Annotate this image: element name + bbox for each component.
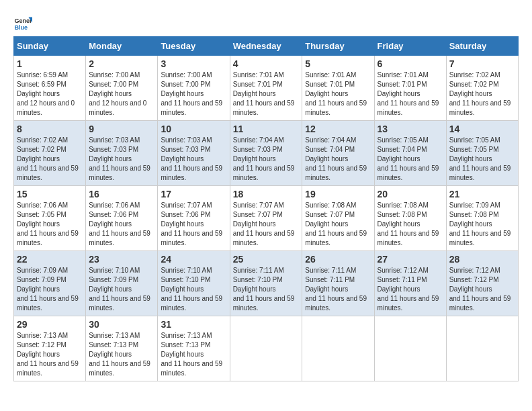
- day-info: Sunrise: 7:02 AM Sunset: 7:02 PM Dayligh…: [449, 71, 515, 118]
- calendar-week-1: 1 Sunrise: 6:59 AM Sunset: 6:59 PM Dayli…: [14, 56, 519, 121]
- calendar-table: SundayMondayTuesdayWednesdayThursdayFrid…: [13, 36, 519, 381]
- weekday-header-sunday: Sunday: [14, 37, 86, 56]
- day-number: 18: [233, 189, 300, 199]
- day-info: Sunrise: 7:06 AM Sunset: 7:06 PM Dayligh…: [89, 201, 154, 248]
- day-number: 5: [305, 58, 371, 69]
- weekday-header-thursday: Thursday: [302, 37, 374, 56]
- calendar-cell: 2 Sunrise: 7:00 AM Sunset: 7:00 PM Dayli…: [86, 56, 158, 121]
- day-info: Sunrise: 7:06 AM Sunset: 7:05 PM Dayligh…: [17, 201, 83, 248]
- day-info: Sunrise: 7:02 AM Sunset: 7:02 PM Dayligh…: [17, 136, 83, 183]
- calendar-cell: 14 Sunrise: 7:05 AM Sunset: 7:05 PM Dayl…: [446, 121, 518, 186]
- calendar-week-3: 15 Sunrise: 7:06 AM Sunset: 7:05 PM Dayl…: [14, 186, 519, 251]
- calendar-cell: 26 Sunrise: 7:11 AM Sunset: 7:11 PM Dayl…: [302, 251, 374, 316]
- day-info: Sunrise: 7:08 AM Sunset: 7:08 PM Dayligh…: [378, 201, 443, 248]
- weekday-header-monday: Monday: [86, 37, 158, 56]
- day-number: 6: [378, 58, 443, 69]
- day-number: 11: [233, 124, 300, 134]
- day-info: Sunrise: 7:01 AM Sunset: 7:01 PM Dayligh…: [233, 71, 300, 118]
- day-number: 20: [378, 189, 443, 199]
- day-number: 21: [449, 189, 515, 199]
- calendar-cell: 1 Sunrise: 6:59 AM Sunset: 6:59 PM Dayli…: [14, 56, 86, 121]
- calendar-cell: 29 Sunrise: 7:13 AM Sunset: 7:12 PM Dayl…: [14, 316, 86, 381]
- day-info: Sunrise: 7:04 AM Sunset: 7:03 PM Dayligh…: [233, 136, 300, 183]
- day-info: Sunrise: 7:10 AM Sunset: 7:10 PM Dayligh…: [161, 266, 226, 313]
- day-info: Sunrise: 7:09 AM Sunset: 7:09 PM Dayligh…: [17, 266, 83, 313]
- calendar-cell: 6 Sunrise: 7:01 AM Sunset: 7:01 PM Dayli…: [374, 56, 446, 121]
- calendar-cell: 18 Sunrise: 7:07 AM Sunset: 7:07 PM Dayl…: [230, 186, 302, 251]
- day-number: 28: [449, 254, 515, 265]
- weekday-header-wednesday: Wednesday: [230, 37, 302, 56]
- calendar-cell: 10 Sunrise: 7:03 AM Sunset: 7:03 PM Dayl…: [158, 121, 230, 186]
- logo: General Blue: [13, 13, 32, 32]
- day-number: 7: [449, 58, 515, 69]
- calendar-cell: [302, 316, 374, 381]
- calendar-week-2: 8 Sunrise: 7:02 AM Sunset: 7:02 PM Dayli…: [14, 121, 519, 186]
- day-info: Sunrise: 7:03 AM Sunset: 7:03 PM Dayligh…: [89, 136, 154, 183]
- calendar-cell: 21 Sunrise: 7:09 AM Sunset: 7:08 PM Dayl…: [446, 186, 518, 251]
- day-info: Sunrise: 7:08 AM Sunset: 7:07 PM Dayligh…: [305, 201, 371, 248]
- day-number: 25: [233, 254, 300, 265]
- calendar-cell: 5 Sunrise: 7:01 AM Sunset: 7:01 PM Dayli…: [302, 56, 374, 121]
- day-info: Sunrise: 7:05 AM Sunset: 7:05 PM Dayligh…: [449, 136, 515, 183]
- calendar-cell: 15 Sunrise: 7:06 AM Sunset: 7:05 PM Dayl…: [14, 186, 86, 251]
- calendar-cell: [230, 316, 302, 381]
- day-number: 9: [89, 124, 154, 134]
- day-number: 14: [449, 124, 515, 134]
- calendar-cell: 27 Sunrise: 7:12 AM Sunset: 7:11 PM Dayl…: [374, 251, 446, 316]
- day-info: Sunrise: 7:10 AM Sunset: 7:09 PM Dayligh…: [89, 266, 154, 313]
- calendar-cell: 20 Sunrise: 7:08 AM Sunset: 7:08 PM Dayl…: [374, 186, 446, 251]
- calendar-cell: 7 Sunrise: 7:02 AM Sunset: 7:02 PM Dayli…: [446, 56, 518, 121]
- day-number: 2: [89, 58, 154, 69]
- day-number: 19: [305, 189, 371, 199]
- day-info: Sunrise: 7:11 AM Sunset: 7:11 PM Dayligh…: [305, 266, 371, 313]
- calendar-week-4: 22 Sunrise: 7:09 AM Sunset: 7:09 PM Dayl…: [14, 251, 519, 316]
- day-number: 13: [378, 124, 443, 134]
- day-number: 10: [161, 124, 226, 134]
- day-number: 29: [17, 319, 83, 330]
- day-info: Sunrise: 7:09 AM Sunset: 7:08 PM Dayligh…: [449, 201, 515, 248]
- calendar-cell: 30 Sunrise: 7:13 AM Sunset: 7:13 PM Dayl…: [86, 316, 158, 381]
- day-number: 8: [17, 124, 83, 134]
- calendar-cell: 3 Sunrise: 7:00 AM Sunset: 7:00 PM Dayli…: [158, 56, 230, 121]
- calendar-cell: 4 Sunrise: 7:01 AM Sunset: 7:01 PM Dayli…: [230, 56, 302, 121]
- weekday-header-tuesday: Tuesday: [158, 37, 230, 56]
- day-number: 30: [89, 319, 154, 330]
- weekday-header-row: SundayMondayTuesdayWednesdayThursdayFrid…: [14, 37, 519, 56]
- day-info: Sunrise: 7:11 AM Sunset: 7:10 PM Dayligh…: [233, 266, 300, 313]
- day-info: Sunrise: 7:07 AM Sunset: 7:07 PM Dayligh…: [233, 201, 300, 248]
- day-number: 26: [305, 254, 371, 265]
- day-number: 27: [378, 254, 443, 265]
- svg-text:Blue: Blue: [14, 24, 28, 31]
- day-number: 24: [161, 254, 226, 265]
- day-info: Sunrise: 7:03 AM Sunset: 7:03 PM Dayligh…: [161, 136, 226, 183]
- logo-icon: General Blue: [13, 13, 32, 32]
- day-info: Sunrise: 7:05 AM Sunset: 7:04 PM Dayligh…: [378, 136, 443, 183]
- calendar-cell: 9 Sunrise: 7:03 AM Sunset: 7:03 PM Dayli…: [86, 121, 158, 186]
- calendar-cell: 25 Sunrise: 7:11 AM Sunset: 7:10 PM Dayl…: [230, 251, 302, 316]
- day-info: Sunrise: 7:07 AM Sunset: 7:06 PM Dayligh…: [161, 201, 226, 248]
- day-number: 31: [161, 319, 226, 330]
- calendar-cell: 17 Sunrise: 7:07 AM Sunset: 7:06 PM Dayl…: [158, 186, 230, 251]
- day-number: 22: [17, 254, 83, 265]
- calendar-cell: 24 Sunrise: 7:10 AM Sunset: 7:10 PM Dayl…: [158, 251, 230, 316]
- day-number: 4: [233, 58, 300, 69]
- day-info: Sunrise: 7:13 AM Sunset: 7:12 PM Dayligh…: [17, 331, 83, 378]
- day-info: Sunrise: 7:00 AM Sunset: 7:00 PM Dayligh…: [89, 71, 154, 118]
- day-info: Sunrise: 7:01 AM Sunset: 7:01 PM Dayligh…: [378, 71, 443, 118]
- day-number: 12: [305, 124, 371, 134]
- day-info: Sunrise: 7:13 AM Sunset: 7:13 PM Dayligh…: [89, 331, 154, 378]
- day-info: Sunrise: 7:13 AM Sunset: 7:13 PM Dayligh…: [161, 331, 226, 378]
- weekday-header-friday: Friday: [374, 37, 446, 56]
- calendar-cell: 23 Sunrise: 7:10 AM Sunset: 7:09 PM Dayl…: [86, 251, 158, 316]
- calendar-cell: [446, 316, 518, 381]
- calendar-cell: 22 Sunrise: 7:09 AM Sunset: 7:09 PM Dayl…: [14, 251, 86, 316]
- calendar-cell: 28 Sunrise: 7:12 AM Sunset: 7:12 PM Dayl…: [446, 251, 518, 316]
- calendar-cell: 12 Sunrise: 7:04 AM Sunset: 7:04 PM Dayl…: [302, 121, 374, 186]
- calendar-cell: 19 Sunrise: 7:08 AM Sunset: 7:07 PM Dayl…: [302, 186, 374, 251]
- day-info: Sunrise: 6:59 AM Sunset: 6:59 PM Dayligh…: [17, 71, 83, 118]
- day-info: Sunrise: 7:04 AM Sunset: 7:04 PM Dayligh…: [305, 136, 371, 183]
- day-info: Sunrise: 7:12 AM Sunset: 7:11 PM Dayligh…: [378, 266, 443, 313]
- day-info: Sunrise: 7:01 AM Sunset: 7:01 PM Dayligh…: [305, 71, 371, 118]
- calendar-cell: [374, 316, 446, 381]
- calendar-cell: 16 Sunrise: 7:06 AM Sunset: 7:06 PM Dayl…: [86, 186, 158, 251]
